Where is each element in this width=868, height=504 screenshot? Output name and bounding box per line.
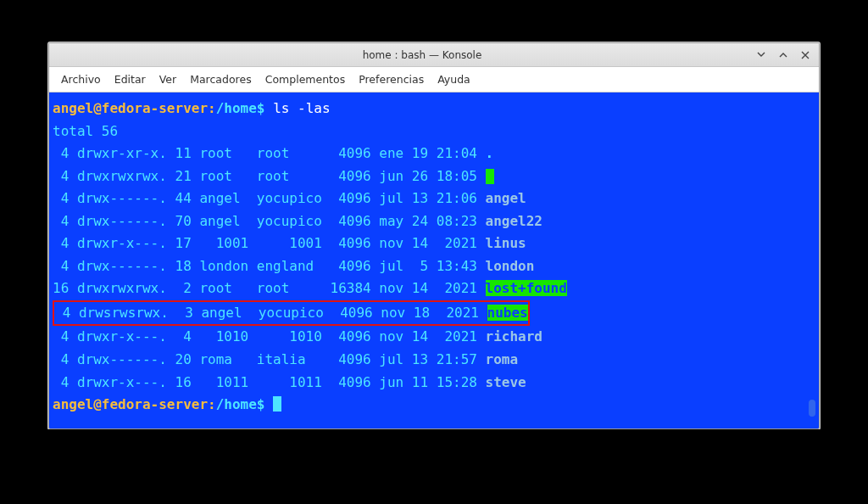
prompt-path: /home: [216, 100, 257, 116]
window-title: home : bash — Konsole: [90, 49, 754, 61]
prompt-user: angel@fedora-server: [53, 396, 208, 412]
entry-name: roma: [486, 351, 519, 367]
entry-name: steve: [486, 374, 526, 390]
scrollbar-thumb[interactable]: [809, 400, 815, 417]
terminal-line: 4 drwx------. 70 angel yocupico 4096 may…: [53, 210, 815, 233]
close-button[interactable]: [798, 48, 812, 62]
menu-ver[interactable]: Ver: [159, 73, 176, 86]
window-controls: [754, 48, 812, 62]
maximize-button[interactable]: [776, 48, 790, 62]
terminal-line: angel@fedora-server:/home$ ls -las: [53, 98, 815, 120]
terminal-line: 4 drwxrwxrwx. 21 root root 4096 jun 26 1…: [53, 165, 815, 188]
menu-ayuda[interactable]: Ayuda: [437, 73, 470, 86]
entry-name: angel22: [486, 213, 542, 229]
entry-name: .: [486, 145, 494, 161]
konsole-window: home : bash — Konsole Archivo Editar Ver…: [48, 42, 820, 429]
prompt-sep: :: [208, 396, 216, 412]
entry-name-cursor: [486, 169, 494, 184]
prompt-dollar: $: [257, 100, 265, 116]
entry-name: lost+found: [486, 280, 567, 296]
terminal-line: 16 drwxrwxrwx. 2 root root 16384 nov 14 …: [53, 277, 815, 300]
menu-archivo[interactable]: Archivo: [61, 73, 101, 86]
entry-name: nubes: [487, 305, 528, 321]
terminal-line: 4 drwxr-x---. 16 1011 1011 4096 jun 11 1…: [53, 372, 815, 395]
menu-complementos[interactable]: Complementos: [265, 73, 346, 86]
terminal-line: 4 drwx------. 20 roma italia 4096 jul 13…: [53, 349, 815, 372]
titlebar: home : bash — Konsole: [49, 43, 819, 67]
terminal-line: 4 drwxr-x---. 17 1001 1001 4096 nov 14 2…: [53, 232, 815, 255]
prompt-dollar: $: [257, 396, 265, 412]
menu-marcadores[interactable]: Marcadores: [190, 73, 252, 86]
prompt-sep: :: [208, 100, 216, 116]
terminal-cursor: [273, 396, 281, 412]
prompt-user: angel@fedora-server: [53, 100, 208, 116]
menu-editar[interactable]: Editar: [114, 73, 146, 86]
minimize-button[interactable]: [754, 48, 768, 62]
terminal-line: 4 drwsrwsrwx. 3 angel yocupico 4096 nov …: [53, 300, 815, 327]
typed-command: ls -las: [273, 100, 330, 116]
terminal-line: 4 drwxr-x---. 4 1010 1010 4096 nov 14 20…: [53, 326, 815, 349]
menu-preferencias[interactable]: Preferencias: [359, 73, 424, 86]
entry-name: london: [486, 258, 535, 274]
terminal-line: 4 drwx------. 44 angel yocupico 4096 jul…: [53, 188, 815, 210]
entry-name: angel: [486, 190, 526, 206]
entry-name: richard: [486, 328, 542, 344]
terminal-line: total 56: [53, 120, 815, 143]
entry-name: linus: [486, 235, 526, 251]
menubar: Archivo Editar Ver Marcadores Complement…: [49, 67, 819, 92]
terminal-area[interactable]: angel@fedora-server:/home$ ls -lastotal …: [49, 92, 819, 428]
highlighted-entry: 4 drwsrwsrwx. 3 angel yocupico 4096 nov …: [53, 300, 530, 327]
terminal-line: 4 drwxr-xr-x. 11 root root 4096 ene 19 2…: [53, 143, 815, 165]
terminal-line: angel@fedora-server:/home$: [53, 394, 815, 417]
terminal-line: 4 drwx------. 18 london england 4096 jul…: [53, 255, 815, 278]
prompt-path: /home: [216, 396, 257, 412]
